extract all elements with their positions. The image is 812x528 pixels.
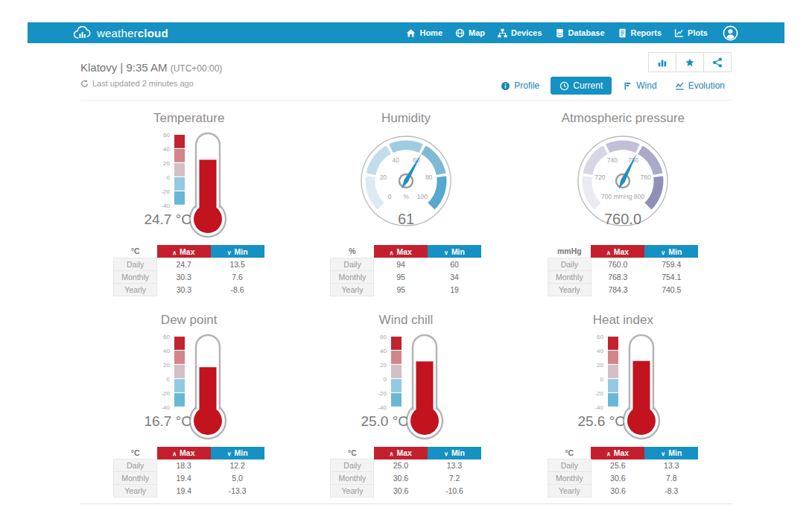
- nav-item-home[interactable]: Home: [406, 28, 443, 38]
- panel-title: Temperature: [80, 111, 297, 126]
- bar-chart-icon: [657, 57, 667, 68]
- max-value: 30.6: [374, 485, 428, 497]
- min-value: 12.2: [211, 459, 264, 472]
- caret-up-icon: ∧: [606, 451, 611, 457]
- thermometer-gauge: 6040200-20-4016.7 °C: [104, 331, 275, 442]
- svg-text:20: 20: [597, 361, 603, 368]
- tab-wind[interactable]: Wind: [616, 77, 663, 95]
- nav-item-reports[interactable]: Reports: [618, 28, 662, 38]
- max-value: 19.4: [157, 485, 211, 497]
- max-value: 94: [374, 258, 428, 270]
- min-value: 740.5: [644, 283, 698, 296]
- caret-up-icon: ∧: [606, 249, 611, 256]
- panel-title: Wind chill: [297, 313, 514, 328]
- clock-icon: [559, 81, 569, 91]
- svg-text:60: 60: [597, 333, 603, 340]
- max-value: 30.6: [374, 472, 428, 485]
- table-unit-header: °C: [548, 447, 591, 459]
- nav-item-database[interactable]: Database: [555, 28, 605, 38]
- max-value: 30.6: [591, 472, 644, 485]
- table-min-header: ∨Min: [211, 447, 264, 459]
- gauge-value: 24.7 °C: [144, 211, 191, 227]
- last-updated-text: Last updated 2 minutes ago: [92, 79, 194, 88]
- radial-gauge: 700720740760780800mmHg760.0: [537, 129, 708, 241]
- table-row: Monthly30.67.8: [548, 472, 698, 485]
- table-row: Monthly30.67.2: [331, 472, 481, 485]
- svg-text:20: 20: [380, 361, 387, 368]
- tab-profile[interactable]: Profile: [494, 77, 546, 95]
- nav-item-label: Home: [419, 28, 443, 37]
- panel-title: Humidity: [297, 111, 514, 126]
- row-label: Yearly: [114, 283, 157, 296]
- table-row: Yearly30.6-10.6: [331, 485, 481, 497]
- svg-text:700: 700: [601, 193, 612, 200]
- caret-down-icon: ∨: [444, 249, 448, 256]
- last-updated: Last updated 2 minutes ago: [80, 79, 222, 88]
- wind-flag-icon: [623, 81, 632, 91]
- max-value: 30.6: [591, 485, 644, 497]
- thermometer-gauge: 6040200-20-4025.0 °C: [320, 331, 492, 442]
- caret-down-icon: ∨: [227, 249, 232, 256]
- gauge-value: 16.7 °C: [144, 413, 191, 429]
- table-row: Daily24.713.5: [114, 258, 264, 270]
- table-row: Yearly19.4-13.3: [114, 485, 264, 497]
- refresh-icon[interactable]: [80, 80, 89, 88]
- tab-evolution[interactable]: Evolution: [668, 77, 732, 95]
- row-label: Yearly: [548, 485, 591, 497]
- devices-icon: [498, 28, 507, 38]
- min-value: 34: [428, 270, 481, 283]
- share-button[interactable]: [703, 52, 732, 72]
- min-value: 7.2: [428, 472, 481, 485]
- cloud-logo-icon: [72, 25, 92, 40]
- max-value: 760.0: [591, 258, 644, 270]
- gauge-panel-dew-point: Dew point6040200-20-4016.7 °C°C∧Max∨MinD…: [80, 313, 297, 498]
- reports-icon: [618, 28, 627, 38]
- favorite-button[interactable]: [676, 52, 704, 72]
- table-unit-header: mmHg: [548, 245, 591, 258]
- stats-table: °C∧Max∨MinDaily24.713.5Monthly30.37.6Yea…: [113, 245, 264, 296]
- table-row: Daily25.613.3: [548, 459, 698, 472]
- table-row: Monthly30.37.6: [114, 270, 264, 283]
- max-value: 25.6: [591, 459, 644, 472]
- table-max-header: ∧Max: [157, 245, 211, 258]
- tab-current[interactable]: Current: [551, 77, 612, 95]
- row-label: Monthly: [114, 472, 157, 485]
- table-row: Yearly30.6-8.3: [548, 485, 698, 497]
- user-avatar[interactable]: [723, 25, 738, 41]
- gauge-value: 760.0: [604, 211, 641, 227]
- info-icon: [501, 81, 510, 91]
- svg-text:-20: -20: [161, 188, 170, 195]
- svg-text:40: 40: [597, 347, 603, 354]
- nav-item-map[interactable]: Map: [455, 28, 485, 38]
- svg-text:80: 80: [425, 174, 433, 181]
- svg-text:740: 740: [607, 156, 618, 164]
- svg-text:800: 800: [634, 193, 644, 200]
- max-value: 95: [374, 270, 428, 283]
- stats-table: °C∧Max∨MinDaily25.013.3Monthly30.67.2Yea…: [330, 447, 481, 498]
- view-tabs: ProfileCurrentWindEvolution: [494, 77, 732, 95]
- brand-logo[interactable]: weathercloud: [72, 25, 168, 40]
- star-icon: [685, 57, 695, 68]
- thermometer-gauge: 6040200-20-4025.6 °C: [537, 331, 708, 442]
- plots-icon: [674, 28, 684, 38]
- top-navbar: weathercloud HomeMapDevicesDatabaseRepor…: [28, 22, 784, 43]
- max-value: 784.3: [591, 283, 644, 296]
- nav-item-devices[interactable]: Devices: [498, 28, 542, 38]
- max-value: 30.3: [157, 283, 211, 296]
- svg-text:0: 0: [384, 375, 387, 382]
- stats-button[interactable]: [648, 52, 676, 72]
- database-icon: [555, 28, 565, 38]
- svg-text:-20: -20: [161, 389, 170, 396]
- svg-text:20: 20: [163, 361, 170, 368]
- map-icon: [455, 28, 465, 38]
- table-row: Daily18.312.2: [114, 459, 264, 472]
- nav-item-label: Map: [469, 28, 485, 37]
- svg-text:60: 60: [163, 132, 170, 139]
- table-row: Daily25.013.3: [331, 459, 481, 472]
- svg-text:-40: -40: [161, 404, 170, 410]
- caret-up-icon: ∧: [390, 249, 394, 256]
- svg-text:20: 20: [380, 174, 387, 181]
- nav-item-plots[interactable]: Plots: [674, 28, 708, 38]
- row-label: Daily: [114, 459, 157, 472]
- row-label: Monthly: [114, 270, 157, 283]
